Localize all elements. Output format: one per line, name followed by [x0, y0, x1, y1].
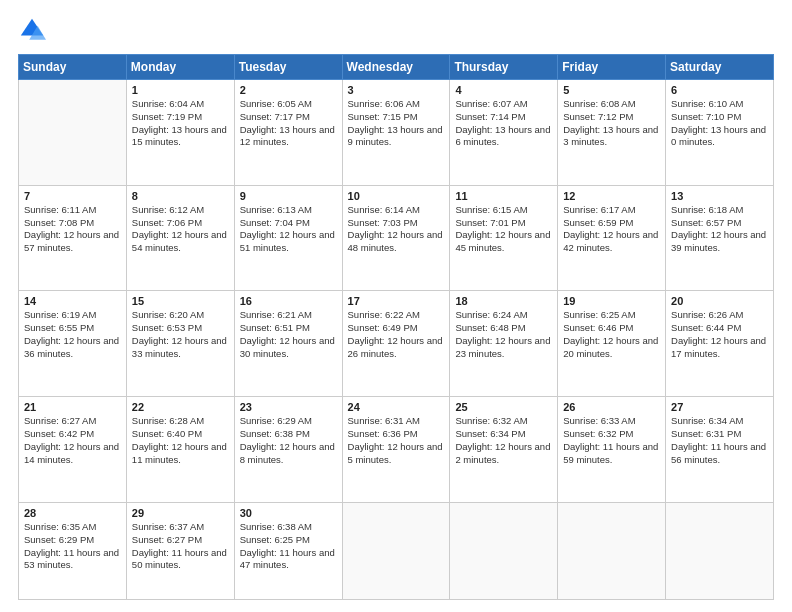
calendar-week-row: 21Sunrise: 6:27 AM Sunset: 6:42 PM Dayli…: [19, 397, 774, 503]
day-number: 12: [563, 190, 660, 202]
day-number: 29: [132, 507, 229, 519]
calendar-week-row: 7Sunrise: 6:11 AM Sunset: 7:08 PM Daylig…: [19, 185, 774, 291]
day-number: 16: [240, 295, 337, 307]
day-info: Sunrise: 6:32 AM Sunset: 6:34 PM Dayligh…: [455, 415, 552, 466]
calendar-page: Sunday Monday Tuesday Wednesday Thursday…: [0, 0, 792, 612]
day-number: 4: [455, 84, 552, 96]
day-number: 8: [132, 190, 229, 202]
calendar-cell: [19, 80, 127, 186]
day-number: 3: [348, 84, 445, 96]
calendar-cell: 19Sunrise: 6:25 AM Sunset: 6:46 PM Dayli…: [558, 291, 666, 397]
day-number: 26: [563, 401, 660, 413]
day-info: Sunrise: 6:24 AM Sunset: 6:48 PM Dayligh…: [455, 309, 552, 360]
day-info: Sunrise: 6:07 AM Sunset: 7:14 PM Dayligh…: [455, 98, 552, 149]
day-info: Sunrise: 6:20 AM Sunset: 6:53 PM Dayligh…: [132, 309, 229, 360]
calendar-week-row: 28Sunrise: 6:35 AM Sunset: 6:29 PM Dayli…: [19, 502, 774, 599]
col-sunday: Sunday: [19, 55, 127, 80]
day-info: Sunrise: 6:38 AM Sunset: 6:25 PM Dayligh…: [240, 521, 337, 572]
calendar-cell: [558, 502, 666, 599]
calendar-cell: [450, 502, 558, 599]
calendar-cell: 13Sunrise: 6:18 AM Sunset: 6:57 PM Dayli…: [666, 185, 774, 291]
day-info: Sunrise: 6:11 AM Sunset: 7:08 PM Dayligh…: [24, 204, 121, 255]
day-info: Sunrise: 6:21 AM Sunset: 6:51 PM Dayligh…: [240, 309, 337, 360]
day-number: 11: [455, 190, 552, 202]
header: [18, 16, 774, 44]
day-number: 27: [671, 401, 768, 413]
calendar-cell: 15Sunrise: 6:20 AM Sunset: 6:53 PM Dayli…: [126, 291, 234, 397]
day-info: Sunrise: 6:18 AM Sunset: 6:57 PM Dayligh…: [671, 204, 768, 255]
calendar-cell: 24Sunrise: 6:31 AM Sunset: 6:36 PM Dayli…: [342, 397, 450, 503]
calendar-cell: 14Sunrise: 6:19 AM Sunset: 6:55 PM Dayli…: [19, 291, 127, 397]
day-info: Sunrise: 6:28 AM Sunset: 6:40 PM Dayligh…: [132, 415, 229, 466]
calendar-cell: 6Sunrise: 6:10 AM Sunset: 7:10 PM Daylig…: [666, 80, 774, 186]
day-number: 25: [455, 401, 552, 413]
col-wednesday: Wednesday: [342, 55, 450, 80]
day-info: Sunrise: 6:19 AM Sunset: 6:55 PM Dayligh…: [24, 309, 121, 360]
day-number: 28: [24, 507, 121, 519]
calendar-table: Sunday Monday Tuesday Wednesday Thursday…: [18, 54, 774, 600]
day-number: 10: [348, 190, 445, 202]
day-number: 15: [132, 295, 229, 307]
day-info: Sunrise: 6:10 AM Sunset: 7:10 PM Dayligh…: [671, 98, 768, 149]
day-number: 18: [455, 295, 552, 307]
day-number: 6: [671, 84, 768, 96]
day-info: Sunrise: 6:22 AM Sunset: 6:49 PM Dayligh…: [348, 309, 445, 360]
calendar-cell: 27Sunrise: 6:34 AM Sunset: 6:31 PM Dayli…: [666, 397, 774, 503]
day-info: Sunrise: 6:31 AM Sunset: 6:36 PM Dayligh…: [348, 415, 445, 466]
day-info: Sunrise: 6:26 AM Sunset: 6:44 PM Dayligh…: [671, 309, 768, 360]
calendar-cell: 8Sunrise: 6:12 AM Sunset: 7:06 PM Daylig…: [126, 185, 234, 291]
day-info: Sunrise: 6:04 AM Sunset: 7:19 PM Dayligh…: [132, 98, 229, 149]
day-number: 5: [563, 84, 660, 96]
col-friday: Friday: [558, 55, 666, 80]
day-number: 19: [563, 295, 660, 307]
logo-icon: [18, 16, 46, 44]
day-info: Sunrise: 6:08 AM Sunset: 7:12 PM Dayligh…: [563, 98, 660, 149]
day-number: 20: [671, 295, 768, 307]
calendar-cell: 16Sunrise: 6:21 AM Sunset: 6:51 PM Dayli…: [234, 291, 342, 397]
day-info: Sunrise: 6:27 AM Sunset: 6:42 PM Dayligh…: [24, 415, 121, 466]
day-info: Sunrise: 6:25 AM Sunset: 6:46 PM Dayligh…: [563, 309, 660, 360]
day-number: 21: [24, 401, 121, 413]
calendar-cell: 26Sunrise: 6:33 AM Sunset: 6:32 PM Dayli…: [558, 397, 666, 503]
day-number: 24: [348, 401, 445, 413]
calendar-cell: 10Sunrise: 6:14 AM Sunset: 7:03 PM Dayli…: [342, 185, 450, 291]
calendar-cell: 4Sunrise: 6:07 AM Sunset: 7:14 PM Daylig…: [450, 80, 558, 186]
col-saturday: Saturday: [666, 55, 774, 80]
day-info: Sunrise: 6:14 AM Sunset: 7:03 PM Dayligh…: [348, 204, 445, 255]
calendar-cell: 1Sunrise: 6:04 AM Sunset: 7:19 PM Daylig…: [126, 80, 234, 186]
calendar-week-row: 14Sunrise: 6:19 AM Sunset: 6:55 PM Dayli…: [19, 291, 774, 397]
day-number: 14: [24, 295, 121, 307]
day-info: Sunrise: 6:35 AM Sunset: 6:29 PM Dayligh…: [24, 521, 121, 572]
calendar-cell: 12Sunrise: 6:17 AM Sunset: 6:59 PM Dayli…: [558, 185, 666, 291]
calendar-cell: 25Sunrise: 6:32 AM Sunset: 6:34 PM Dayli…: [450, 397, 558, 503]
calendar-cell: 30Sunrise: 6:38 AM Sunset: 6:25 PM Dayli…: [234, 502, 342, 599]
calendar-cell: 5Sunrise: 6:08 AM Sunset: 7:12 PM Daylig…: [558, 80, 666, 186]
calendar-cell: 23Sunrise: 6:29 AM Sunset: 6:38 PM Dayli…: [234, 397, 342, 503]
day-info: Sunrise: 6:37 AM Sunset: 6:27 PM Dayligh…: [132, 521, 229, 572]
day-info: Sunrise: 6:33 AM Sunset: 6:32 PM Dayligh…: [563, 415, 660, 466]
day-number: 9: [240, 190, 337, 202]
calendar-cell: 21Sunrise: 6:27 AM Sunset: 6:42 PM Dayli…: [19, 397, 127, 503]
day-number: 7: [24, 190, 121, 202]
calendar-cell: 28Sunrise: 6:35 AM Sunset: 6:29 PM Dayli…: [19, 502, 127, 599]
col-thursday: Thursday: [450, 55, 558, 80]
day-number: 1: [132, 84, 229, 96]
calendar-cell: 22Sunrise: 6:28 AM Sunset: 6:40 PM Dayli…: [126, 397, 234, 503]
day-info: Sunrise: 6:12 AM Sunset: 7:06 PM Dayligh…: [132, 204, 229, 255]
calendar-cell: 29Sunrise: 6:37 AM Sunset: 6:27 PM Dayli…: [126, 502, 234, 599]
col-monday: Monday: [126, 55, 234, 80]
day-number: 13: [671, 190, 768, 202]
calendar-cell: 9Sunrise: 6:13 AM Sunset: 7:04 PM Daylig…: [234, 185, 342, 291]
day-info: Sunrise: 6:34 AM Sunset: 6:31 PM Dayligh…: [671, 415, 768, 466]
calendar-cell: 18Sunrise: 6:24 AM Sunset: 6:48 PM Dayli…: [450, 291, 558, 397]
day-number: 17: [348, 295, 445, 307]
col-tuesday: Tuesday: [234, 55, 342, 80]
day-info: Sunrise: 6:15 AM Sunset: 7:01 PM Dayligh…: [455, 204, 552, 255]
calendar-week-row: 1Sunrise: 6:04 AM Sunset: 7:19 PM Daylig…: [19, 80, 774, 186]
day-number: 30: [240, 507, 337, 519]
calendar-header-row: Sunday Monday Tuesday Wednesday Thursday…: [19, 55, 774, 80]
calendar-cell: 3Sunrise: 6:06 AM Sunset: 7:15 PM Daylig…: [342, 80, 450, 186]
logo: [18, 16, 50, 44]
day-info: Sunrise: 6:29 AM Sunset: 6:38 PM Dayligh…: [240, 415, 337, 466]
calendar-cell: 11Sunrise: 6:15 AM Sunset: 7:01 PM Dayli…: [450, 185, 558, 291]
